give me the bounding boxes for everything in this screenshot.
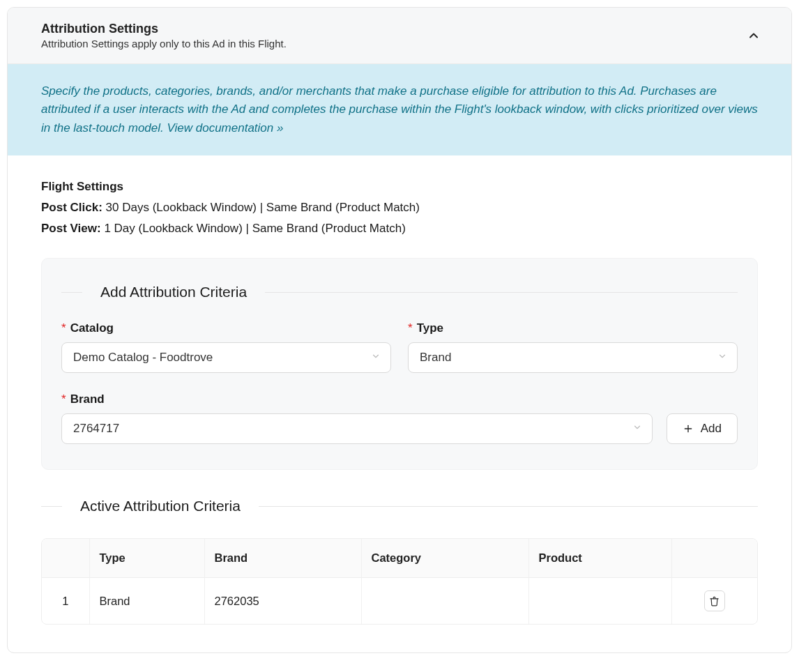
- catalog-label: *Catalog: [61, 321, 391, 335]
- type-select[interactable]: Brand: [408, 342, 738, 373]
- col-header-type: Type: [89, 539, 204, 578]
- col-header-brand: Brand: [204, 539, 361, 578]
- chevron-down-icon: [717, 351, 727, 365]
- catalog-select[interactable]: Demo Catalog - Foodtrove: [61, 342, 391, 373]
- legend-line: [259, 506, 758, 507]
- cell-product: [528, 578, 671, 625]
- cell-type: Brand: [89, 578, 204, 625]
- col-header-category: Category: [361, 539, 528, 578]
- panel-title: Attribution Settings: [41, 22, 744, 36]
- cell-actions: [671, 578, 757, 625]
- chevron-up-icon: [747, 29, 761, 43]
- type-select-value: Brand: [420, 351, 451, 365]
- info-banner: Specify the products, categories, brands…: [8, 64, 791, 155]
- brand-label: *Brand: [61, 392, 653, 406]
- active-criteria-legend: Active Attribution Criteria: [41, 498, 758, 514]
- info-banner-text: Specify the products, categories, brands…: [41, 84, 758, 135]
- add-button[interactable]: Add: [667, 413, 738, 444]
- active-criteria-table-wrap: Type Brand Category Product 1 Brand 2762…: [41, 538, 758, 625]
- add-criteria-section: Add Attribution Criteria *Catalog Demo C…: [41, 258, 758, 470]
- active-criteria-table: Type Brand Category Product 1 Brand 2762…: [42, 539, 757, 624]
- legend-line: [265, 292, 738, 293]
- post-click-value: 30 Days (Lookback Window) | Same Brand (…: [102, 201, 420, 214]
- add-button-label: Add: [701, 422, 722, 436]
- cell-index: 1: [42, 578, 89, 625]
- brand-select[interactable]: 2764717: [61, 413, 653, 444]
- active-criteria-legend-text: Active Attribution Criteria: [62, 498, 259, 514]
- post-view-value: 1 Day (Lookback Window) | Same Brand (Pr…: [101, 222, 406, 235]
- delete-row-button[interactable]: [704, 590, 725, 611]
- post-view-label: Post View:: [41, 222, 101, 235]
- post-click-row: Post Click: 30 Days (Lookback Window) | …: [41, 197, 758, 218]
- chevron-down-icon: [632, 422, 642, 436]
- add-criteria-legend: Add Attribution Criteria: [61, 284, 738, 300]
- flight-settings: Flight Settings Post Click: 30 Days (Loo…: [41, 176, 758, 238]
- plus-icon: [683, 423, 694, 434]
- legend-line: [41, 506, 62, 507]
- table-row: 1 Brand 2762035: [42, 578, 757, 625]
- brand-select-value: 2764717: [73, 422, 119, 436]
- panel-header: Attribution Settings Attribution Setting…: [8, 8, 791, 64]
- panel-content: Flight Settings Post Click: 30 Days (Loo…: [8, 155, 791, 652]
- flight-settings-heading: Flight Settings: [41, 176, 758, 197]
- legend-line: [61, 292, 82, 293]
- chevron-down-icon: [371, 351, 381, 365]
- type-label: *Type: [408, 321, 738, 335]
- collapse-toggle[interactable]: [744, 26, 763, 45]
- col-header-product: Product: [528, 539, 671, 578]
- cell-category: [361, 578, 528, 625]
- trash-icon: [709, 596, 720, 606]
- col-header-index: [42, 539, 89, 578]
- panel-subtitle: Attribution Settings apply only to this …: [41, 38, 744, 49]
- col-header-actions: [671, 539, 757, 578]
- add-criteria-legend-text: Add Attribution Criteria: [82, 284, 265, 300]
- attribution-settings-card: Attribution Settings Attribution Setting…: [7, 7, 792, 653]
- post-view-row: Post View: 1 Day (Lookback Window) | Sam…: [41, 218, 758, 239]
- view-documentation-link[interactable]: View documentation »: [167, 121, 283, 135]
- post-click-label: Post Click:: [41, 201, 102, 214]
- catalog-select-value: Demo Catalog - Foodtrove: [73, 351, 213, 365]
- cell-brand: 2762035: [204, 578, 361, 625]
